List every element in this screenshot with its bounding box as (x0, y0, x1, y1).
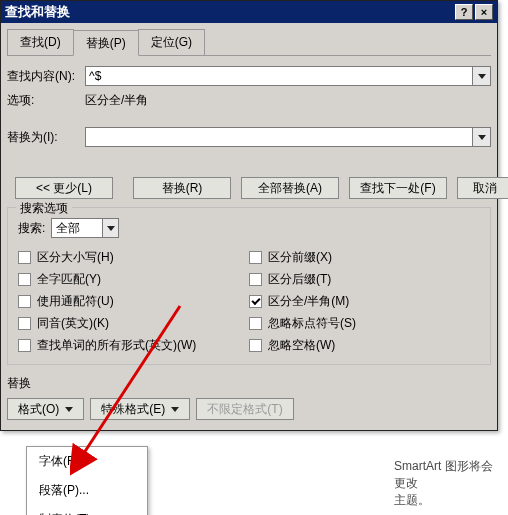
replace-section-label: 替换 (7, 375, 491, 392)
check-icon (251, 295, 260, 304)
replace-all-button[interactable]: 全部替换(A) (241, 177, 339, 199)
checkbox-label: 区分前缀(X) (268, 249, 332, 266)
popup-item-tabs[interactable]: 制表位(T)... (27, 505, 147, 515)
options-right-column: 区分前缀(X)区分后缀(T)区分全/半角(M)忽略标点符号(S)忽略空格(W) (249, 246, 480, 356)
replace-with-label: 替换为(I): (7, 129, 85, 146)
bg-line-1: SmartArt 图形将会更改 (394, 458, 504, 492)
checkbox-box[interactable] (249, 295, 262, 308)
close-button[interactable]: × (475, 4, 493, 20)
options-value: 区分全/半角 (85, 92, 148, 109)
checkbox-row[interactable]: 查找单词的所有形式(英文)(W) (18, 334, 249, 356)
checkbox-box[interactable] (18, 317, 31, 330)
checkbox-box[interactable] (249, 339, 262, 352)
chevron-down-icon (107, 226, 115, 231)
checkbox-row[interactable]: 全字匹配(Y) (18, 268, 249, 290)
bg-line-2: 主题。 (394, 492, 504, 509)
chevron-down-icon (478, 135, 486, 140)
options-left-column: 区分大小写(H)全字匹配(Y)使用通配符(U)同音(英文)(K)查找单词的所有形… (18, 246, 249, 356)
replace-with-combo[interactable] (85, 127, 491, 147)
chevron-down-icon (65, 407, 73, 412)
search-direction-label: 搜索: (18, 220, 45, 237)
less-button[interactable]: << 更少(L) (15, 177, 113, 199)
replace-with-dropdown[interactable] (473, 127, 491, 147)
checkbox-row[interactable]: 忽略标点符号(S) (249, 312, 480, 334)
titlebar: 查找和替换 ? × (1, 1, 497, 23)
checkbox-row[interactable]: 使用通配符(U) (18, 290, 249, 312)
find-replace-dialog: 查找和替换 ? × 查找(D) 替换(P) 定位(G) 查找内容(N): 选项:… (0, 0, 498, 431)
format-button[interactable]: 格式(O) (7, 398, 84, 420)
special-format-button[interactable]: 特殊格式(E) (90, 398, 190, 420)
checkbox-label: 区分后缀(T) (268, 271, 331, 288)
checkbox-label: 同音(英文)(K) (37, 315, 109, 332)
search-direction-dropdown[interactable] (102, 219, 118, 237)
checkbox-box[interactable] (18, 273, 31, 286)
checkbox-row[interactable]: 区分大小写(H) (18, 246, 249, 268)
find-content-combo[interactable] (85, 66, 491, 86)
checkbox-label: 全字匹配(Y) (37, 271, 101, 288)
replace-button[interactable]: 替换(R) (133, 177, 231, 199)
popup-item-paragraph[interactable]: 段落(P)... (27, 476, 147, 505)
cancel-button[interactable]: 取消 (457, 177, 508, 199)
checkbox-label: 区分大小写(H) (37, 249, 114, 266)
search-options-group: 搜索选项 搜索: 全部 区分大小写(H)全字匹配(Y)使用通配符(U)同音(英文… (7, 207, 491, 365)
find-content-input[interactable] (85, 66, 473, 86)
tab-strip: 查找(D) 替换(P) 定位(G) (7, 29, 491, 56)
checkbox-row[interactable]: 同音(英文)(K) (18, 312, 249, 334)
options-label: 选项: (7, 92, 85, 109)
tab-goto[interactable]: 定位(G) (138, 29, 205, 55)
checkbox-box[interactable] (249, 317, 262, 330)
find-content-label: 查找内容(N): (7, 68, 85, 85)
checkbox-box[interactable] (18, 339, 31, 352)
find-next-button[interactable]: 查找下一处(F) (349, 177, 447, 199)
checkbox-row[interactable]: 忽略空格(W) (249, 334, 480, 356)
checkbox-label: 忽略空格(W) (268, 337, 335, 354)
checkbox-label: 区分全/半角(M) (268, 293, 349, 310)
checkbox-row[interactable]: 区分前缀(X) (249, 246, 480, 268)
popup-item-font[interactable]: 字体(F)... (27, 447, 147, 476)
checkbox-box[interactable] (18, 251, 31, 264)
replace-with-input[interactable] (85, 127, 473, 147)
checkbox-row[interactable]: 区分全/半角(M) (249, 290, 480, 312)
help-button[interactable]: ? (455, 4, 473, 20)
checkbox-row[interactable]: 区分后缀(T) (249, 268, 480, 290)
checkbox-box[interactable] (18, 295, 31, 308)
tab-find[interactable]: 查找(D) (7, 29, 74, 55)
checkbox-box[interactable] (249, 273, 262, 286)
background-text: SmartArt 图形将会更改 主题。 (394, 458, 504, 509)
chevron-down-icon (171, 407, 179, 412)
checkbox-label: 查找单词的所有形式(英文)(W) (37, 337, 196, 354)
tab-replace[interactable]: 替换(P) (73, 30, 139, 56)
find-content-dropdown[interactable] (473, 66, 491, 86)
search-direction-select[interactable]: 全部 (51, 218, 119, 238)
checkbox-box[interactable] (249, 251, 262, 264)
chevron-down-icon (478, 74, 486, 79)
checkbox-label: 忽略标点符号(S) (268, 315, 356, 332)
search-direction-value: 全部 (52, 220, 102, 237)
search-options-legend: 搜索选项 (16, 200, 72, 217)
checkbox-label: 使用通配符(U) (37, 293, 114, 310)
format-popup-menu: 字体(F)... 段落(P)... 制表位(T)... (26, 446, 148, 515)
dialog-title: 查找和替换 (5, 3, 453, 21)
no-format-button[interactable]: 不限定格式(T) (196, 398, 293, 420)
